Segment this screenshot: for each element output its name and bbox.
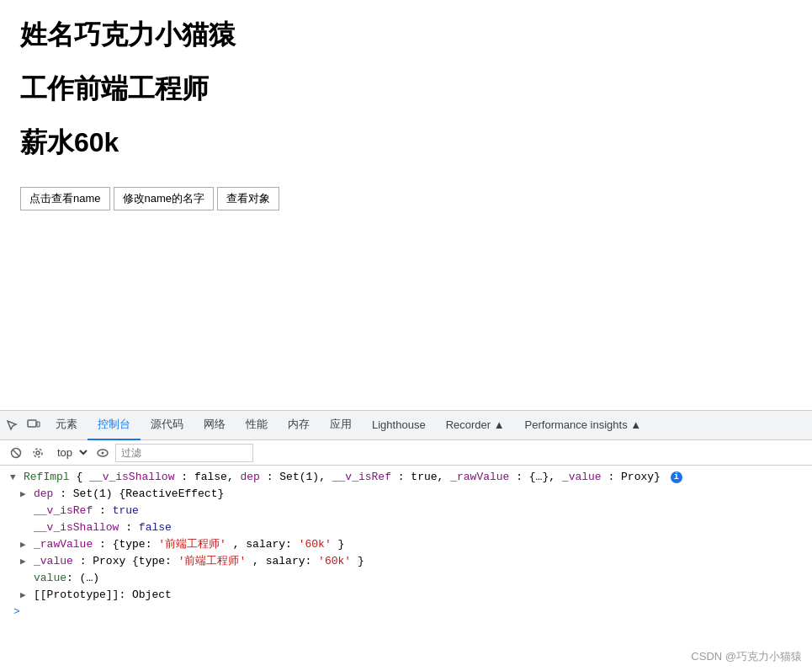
tab-sources[interactable]: 源代码: [141, 411, 194, 440]
main-content: 姓名巧克力小猫猿 工作前端工程师 薪水60k 点击查看name 修改name的名…: [0, 0, 812, 244]
svg-rect-0: [28, 420, 36, 427]
clear-console-btn[interactable]: [7, 444, 25, 462]
console-line-isshallow: __v_isShallow : false: [7, 519, 805, 536]
btn-modify-name[interactable]: 修改name的名字: [114, 187, 215, 210]
console-line-1: RefImpl { __v_isShallow : false, dep : S…: [7, 469, 805, 486]
cursor-icon[interactable]: [3, 417, 20, 434]
info-icon[interactable]: i: [671, 471, 682, 483]
svg-line-3: [13, 450, 19, 455]
expand-value[interactable]: [20, 553, 30, 570]
settings-btn[interactable]: [29, 444, 47, 462]
console-line-isref: __v_isRef : true: [7, 503, 805, 519]
title-salary: 薪水60k: [20, 125, 792, 162]
devtools-tabs: 元素 控制台 源代码 网络 性能 内存 应用 Lighthouse Record…: [0, 411, 812, 440]
expand-rawvalue[interactable]: [20, 536, 30, 553]
tab-recorder[interactable]: Recorder ▲: [436, 411, 515, 440]
tab-elements[interactable]: 元素: [45, 411, 88, 440]
tab-console[interactable]: 控制台: [88, 411, 141, 440]
tab-performance-insights[interactable]: Performance insights ▲: [515, 411, 652, 440]
tab-memory[interactable]: 内存: [278, 411, 320, 440]
btn-view-object[interactable]: 查看对象: [217, 187, 279, 210]
tab-application[interactable]: 应用: [320, 411, 362, 440]
title-job: 工作前端工程师: [20, 71, 792, 108]
console-line-value-accessor: value : (…): [7, 570, 805, 587]
svg-rect-1: [37, 422, 40, 427]
svg-point-5: [34, 449, 42, 457]
devtools-console: RefImpl { __v_isShallow : false, dep : S…: [0, 466, 812, 671]
title-name: 姓名巧克力小猫猿: [20, 17, 792, 54]
tab-performance[interactable]: 性能: [236, 411, 278, 440]
svg-point-4: [36, 451, 40, 455]
device-icon[interactable]: [25, 417, 42, 434]
devtools-icons: [3, 417, 42, 434]
console-line-value: _value : Proxy {type: '前端工程师' , salary: …: [7, 553, 805, 570]
expand-refimpl[interactable]: [10, 469, 20, 486]
tab-lighthouse[interactable]: Lighthouse: [362, 411, 436, 440]
console-line-prototype: [[Prototype]]: Object: [7, 587, 805, 604]
eye-btn[interactable]: [93, 444, 112, 462]
context-selector[interactable]: top: [50, 444, 90, 461]
expand-dep[interactable]: [20, 486, 30, 503]
console-line-rawvalue: _rawValue : {type: '前端工程师' , salary: '60…: [7, 536, 805, 553]
devtools-toolbar: top: [0, 440, 812, 466]
expand-prototype[interactable]: [20, 587, 30, 604]
devtools-panel: 元素 控制台 源代码 网络 性能 内存 应用 Lighthouse Record…: [0, 410, 812, 671]
button-row: 点击查看name 修改name的名字 查看对象: [20, 187, 792, 210]
svg-point-7: [102, 451, 104, 454]
tab-network[interactable]: 网络: [194, 411, 236, 440]
console-filter-input[interactable]: [115, 444, 253, 462]
watermark: CSDN @巧克力小猫猿: [691, 649, 802, 664]
console-line-dep: dep : Set(1) {ReactiveEffect}: [7, 486, 805, 503]
console-prompt[interactable]: >: [7, 604, 805, 620]
btn-view-name[interactable]: 点击查看name: [20, 187, 110, 210]
